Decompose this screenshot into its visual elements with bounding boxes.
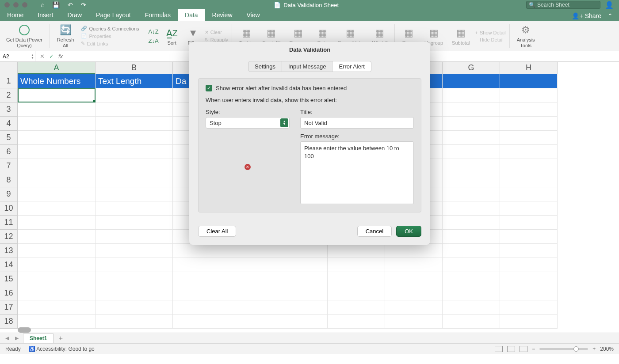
style-label: Style: bbox=[206, 109, 290, 115]
error-message-textarea[interactable]: Please enter the value between 10 to 100 bbox=[300, 141, 414, 204]
tab-input-message[interactable]: Input Message bbox=[282, 61, 332, 72]
dialog-tabs: Settings Input Message Error Alert bbox=[198, 61, 421, 72]
stop-icon: ✕ bbox=[245, 164, 251, 170]
modal-backdrop: Data Validation Settings Input Message E… bbox=[0, 0, 619, 364]
style-select[interactable]: Stop ▲▼ bbox=[206, 117, 290, 129]
error-message-label: Error message: bbox=[300, 133, 414, 140]
clear-all-button[interactable]: Clear All bbox=[198, 226, 236, 237]
ok-button[interactable]: OK bbox=[396, 226, 421, 237]
chevron-updown-icon: ▲▼ bbox=[280, 118, 288, 127]
dialog-title: Data Validation bbox=[189, 42, 430, 57]
instruction-text: When user enters invalid data, show this… bbox=[206, 97, 414, 103]
show-error-alert-label: Show error alert after invalid data has … bbox=[216, 85, 347, 91]
show-error-alert-checkbox[interactable]: ✓ bbox=[206, 85, 212, 91]
cancel-button[interactable]: Cancel bbox=[357, 226, 392, 237]
tab-settings[interactable]: Settings bbox=[248, 61, 282, 72]
data-validation-dialog: Data Validation Settings Input Message E… bbox=[189, 42, 430, 245]
title-label: Title: bbox=[300, 109, 414, 115]
tab-error-alert[interactable]: Error Alert bbox=[332, 61, 371, 72]
title-input[interactable]: Not Valid bbox=[300, 117, 414, 129]
